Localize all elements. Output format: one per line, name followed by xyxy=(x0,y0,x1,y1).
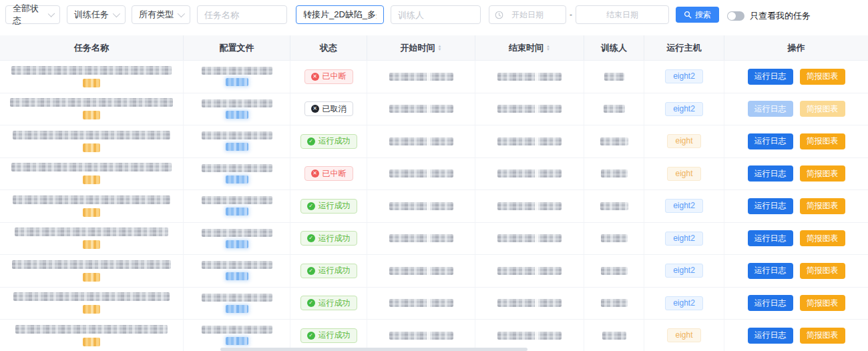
column-header-task-name: 任务名称 xyxy=(0,35,184,60)
column-header-start-time[interactable]: 开始时间 ▲▼ xyxy=(367,35,475,60)
host-badge: eight xyxy=(667,328,700,342)
config-file-redacted xyxy=(202,67,272,75)
trainer-cell xyxy=(584,320,644,351)
operations-cell: 运行日志 简报图表 xyxy=(724,190,868,222)
column-header-end-time[interactable]: 结束时间 ▲▼ xyxy=(475,35,584,60)
run-log-button[interactable]: 运行日志 xyxy=(748,101,793,117)
search-button[interactable]: 搜索 xyxy=(676,7,719,23)
config-link-redacted[interactable] xyxy=(226,208,248,216)
run-log-button[interactable]: 运行日志 xyxy=(748,230,793,246)
run-log-button[interactable]: 运行日志 xyxy=(748,295,793,311)
task-name-cell xyxy=(0,190,184,222)
task-name-redacted xyxy=(13,292,170,301)
column-header-trainer: 训练人 xyxy=(584,35,644,60)
report-chart-button[interactable]: 简报图表 xyxy=(800,328,845,344)
status-label: 已中断 xyxy=(322,168,347,180)
status-filter-select[interactable]: 全部状态 xyxy=(5,5,60,24)
task-tag-redacted xyxy=(83,305,100,314)
host-badge: eight xyxy=(667,167,700,181)
config-file-redacted xyxy=(202,164,272,172)
config-link-redacted[interactable] xyxy=(226,337,248,345)
start-time-redacted xyxy=(389,202,453,210)
report-chart-button[interactable]: 简报图表 xyxy=(800,69,845,85)
trainer-input[interactable] xyxy=(391,5,481,24)
host-badge: eight2 xyxy=(665,232,703,246)
start-time-redacted xyxy=(389,299,453,307)
config-link-redacted[interactable] xyxy=(226,240,248,248)
end-time-cell xyxy=(475,288,584,320)
horizontal-scrollbar-thumb[interactable] xyxy=(220,348,527,351)
task-name-redacted xyxy=(15,228,168,236)
status-cell: ✕ 已中断 xyxy=(290,158,367,190)
report-chart-button[interactable]: 简报图表 xyxy=(800,295,845,311)
filter-bar: 全部状态 训练任务 所有类型 开始日期 - 结束日期 xyxy=(0,0,868,30)
run-log-button[interactable]: 运行日志 xyxy=(748,133,793,149)
trainer-cell xyxy=(584,255,644,287)
config-file-redacted xyxy=(202,196,272,204)
status-badge: ✓ 运行成功 xyxy=(300,231,357,246)
task-tag-redacted xyxy=(83,176,100,184)
report-chart-button[interactable]: 简报图表 xyxy=(800,230,845,246)
start-time-cell xyxy=(367,125,475,157)
host-cell: eight2 xyxy=(644,223,724,255)
category-filter-select[interactable]: 所有类型 xyxy=(132,5,190,24)
operations-cell: 运行日志 简报图表 xyxy=(724,320,868,351)
end-time-redacted xyxy=(497,73,562,81)
operations-cell: 运行日志 简报图表 xyxy=(724,288,868,320)
table-header: 任务名称 配置文件 状态 开始时间 ▲▼ 结束时间 ▲▼ 训练人 运行主机 操作 xyxy=(0,35,868,61)
run-log-button[interactable]: 运行日志 xyxy=(748,69,793,85)
config-link-redacted[interactable] xyxy=(226,176,248,184)
report-chart-button[interactable]: 简报图表 xyxy=(800,198,845,214)
config-file-cell xyxy=(184,93,290,125)
status-icon: ✓ xyxy=(307,137,315,145)
end-time-redacted xyxy=(497,332,562,340)
trainer-cell xyxy=(584,158,644,190)
status-label: 运行成功 xyxy=(318,135,351,147)
model-search-input[interactable] xyxy=(296,5,384,24)
config-link-redacted[interactable] xyxy=(226,272,248,280)
report-chart-button[interactable]: 简报图表 xyxy=(800,101,845,117)
run-log-button[interactable]: 运行日志 xyxy=(748,198,793,214)
config-link-redacted[interactable] xyxy=(226,78,248,86)
run-log-button[interactable]: 运行日志 xyxy=(748,263,793,279)
clock-icon xyxy=(495,11,503,19)
status-cell: ✓ 运行成功 xyxy=(290,320,367,351)
end-date-input[interactable]: 结束日期 xyxy=(576,5,669,24)
task-name-cell xyxy=(0,158,184,190)
status-icon: ✓ xyxy=(307,299,315,307)
report-chart-button[interactable]: 简报图表 xyxy=(800,133,845,149)
host-cell: eight2 xyxy=(644,61,724,93)
trainer-redacted xyxy=(604,105,625,113)
config-link-redacted[interactable] xyxy=(226,111,248,119)
host-cell: eight2 xyxy=(644,93,724,125)
status-badge: ✕ 已中断 xyxy=(304,69,353,84)
sort-icon[interactable]: ▲▼ xyxy=(546,45,550,51)
start-date-input[interactable]: 开始日期 xyxy=(489,5,566,24)
config-file-cell xyxy=(184,320,290,351)
end-time-redacted xyxy=(497,234,562,242)
start-time-cell xyxy=(367,158,475,190)
host-badge: eight2 xyxy=(665,199,703,213)
start-time-redacted xyxy=(389,105,453,113)
status-badge: ✕ 已中断 xyxy=(304,166,353,181)
host-cell: eight xyxy=(644,125,724,157)
report-chart-button[interactable]: 简报图表 xyxy=(800,165,845,182)
config-link-redacted[interactable] xyxy=(226,305,248,313)
job-type-filter-select[interactable]: 训练任务 xyxy=(67,5,126,24)
run-log-button[interactable]: 运行日志 xyxy=(748,328,793,344)
end-time-redacted xyxy=(497,169,562,178)
run-log-button[interactable]: 运行日志 xyxy=(748,165,793,182)
report-chart-button[interactable]: 简报图表 xyxy=(800,263,845,279)
sort-icon[interactable]: ▲▼ xyxy=(438,45,442,51)
trainer-cell xyxy=(584,61,644,93)
config-link-redacted[interactable] xyxy=(226,143,248,151)
my-tasks-toggle[interactable] xyxy=(727,11,744,21)
task-name-input[interactable] xyxy=(197,5,287,24)
start-time-cell xyxy=(367,190,475,222)
operations-cell: 运行日志 简报图表 xyxy=(724,158,868,190)
config-file-redacted xyxy=(202,229,272,237)
status-cell: ✓ 运行成功 xyxy=(290,190,367,222)
start-time-redacted xyxy=(389,267,453,275)
task-name-redacted xyxy=(13,131,170,139)
end-time-cell xyxy=(475,255,584,287)
